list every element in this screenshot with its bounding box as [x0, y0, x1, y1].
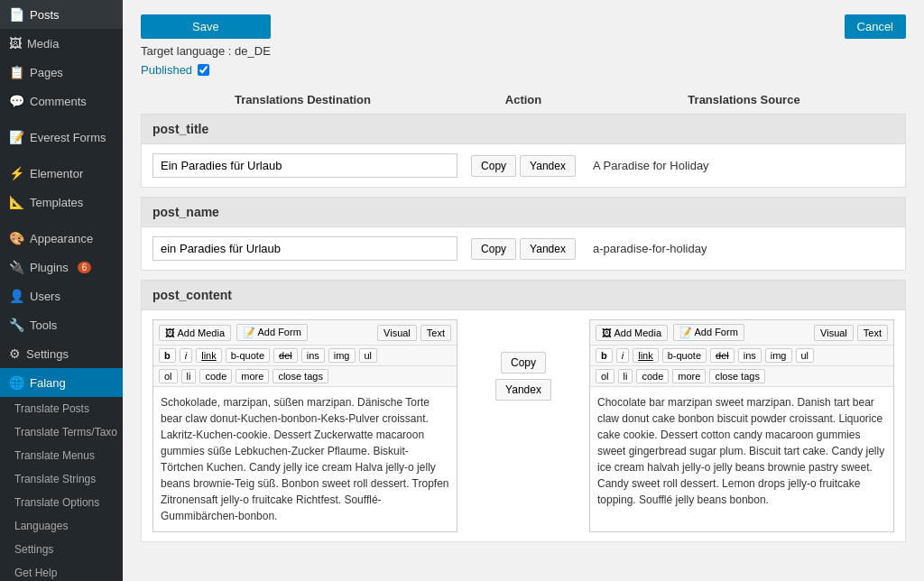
sidebar-sub-label: Languages [14, 520, 68, 532]
sidebar-item-everest-forms[interactable]: 📝 Everest Forms [0, 123, 123, 152]
sidebar-item-settings[interactable]: ⚙ Settings [0, 339, 123, 368]
post-name-destination-input[interactable] [152, 236, 457, 261]
sidebar-sub-item-translate-options[interactable]: Translate Options [0, 491, 123, 514]
sidebar-sub-label: Get Help [14, 567, 57, 579]
source-visual-button[interactable]: Visual [814, 325, 854, 341]
fmt-code-src[interactable]: code [636, 369, 669, 383]
fmt-li-src[interactable]: li [618, 369, 633, 383]
source-cell: A Paradise for Holiday [589, 159, 894, 172]
add-media-icon: 🖼 [165, 327, 175, 338]
fmt-bquote-src[interactable]: b-quote [662, 348, 707, 363]
fmt-more-src[interactable]: more [672, 369, 706, 383]
col-source: Translations Source [582, 93, 906, 106]
post-name-yandex-button[interactable]: Yandex [520, 238, 576, 260]
fmt-i-src[interactable]: i [616, 348, 629, 363]
sidebar-item-label: Posts [30, 8, 60, 22]
fmt-img-dest[interactable]: img [328, 348, 356, 363]
sidebar-item-falang[interactable]: 🌐 Falang [0, 368, 123, 397]
fmt-link-dest[interactable]: link [196, 348, 222, 363]
post-title-copy-button[interactable]: Copy [471, 155, 516, 177]
destination-editor-pane: 🖼 Add Media 📝 Add Form Visual Text [152, 319, 457, 532]
fmt-ul-dest[interactable]: ul [359, 348, 378, 363]
destination-add-media-button[interactable]: 🖼 Add Media [159, 325, 231, 341]
destination-toolbar: 🖼 Add Media 📝 Add Form Visual Text [153, 320, 457, 346]
column-headers: Translations Destination Action Translat… [141, 86, 906, 114]
section-post-title: post_title Copy Yandex A Paradise for Ho… [141, 114, 906, 188]
fmt-bquote-dest[interactable]: b-quote [226, 348, 270, 363]
fmt-img-src[interactable]: img [765, 348, 792, 363]
destination-add-form-button[interactable]: 📝 Add Form [236, 324, 308, 341]
fmt-link-src[interactable]: link [633, 348, 659, 363]
sidebar-sub-item-languages[interactable]: Languages [0, 514, 123, 538]
sidebar-item-posts[interactable]: 📄 Posts [0, 0, 123, 29]
sidebar-sub-item-translate-strings[interactable]: Translate Strings [0, 467, 123, 491]
settings-icon: ⚙ [9, 346, 21, 361]
sidebar-item-label: Media [27, 37, 59, 51]
tools-icon: 🔧 [9, 318, 24, 332]
post-title-destination-input[interactable] [152, 153, 457, 178]
sidebar-item-templates[interactable]: 📐 Templates [0, 188, 123, 217]
section-label: post_name [152, 205, 219, 219]
sidebar-item-elementor[interactable]: ⚡ Elementor [0, 159, 123, 188]
fmt-b-dest[interactable]: b [159, 348, 176, 363]
fmt-ol-dest[interactable]: ol [159, 369, 178, 383]
source-add-media-button[interactable]: 🖼 Add Media [596, 325, 668, 341]
sidebar-sub-item-get-help[interactable]: Get Help [0, 561, 123, 581]
destination-cell [152, 236, 457, 261]
translation-row-post-name: Copy Yandex a-paradise-for-holiday [152, 236, 894, 261]
fmt-code-dest[interactable]: code [199, 369, 232, 383]
fmt-del-dest[interactable]: del [273, 348, 298, 363]
sidebar-sub-item-translate-posts[interactable]: Translate Posts [0, 397, 123, 420]
source-text-button[interactable]: Text [857, 325, 888, 341]
fmt-closetags-src[interactable]: close tags [709, 369, 765, 383]
elementor-icon: ⚡ [9, 166, 24, 180]
action-buttons-post-name: Copy Yandex [465, 238, 582, 260]
destination-visual-text-toggle: Visual Text [377, 325, 451, 341]
sidebar-item-media[interactable]: 🖼 Media [0, 29, 123, 58]
sidebar-sub-item-sub-settings[interactable]: Settings [0, 538, 123, 561]
fmt-more-dest[interactable]: more [236, 369, 269, 383]
sidebar-sub-item-translate-menus[interactable]: Translate Menus [0, 444, 123, 467]
sidebar-item-comments[interactable]: 💬 Comments [0, 87, 123, 115]
sidebar-item-tools[interactable]: 🔧 Tools [0, 310, 123, 339]
section-post-name: post_name Copy Yandex a-paradise-for-hol… [141, 197, 906, 271]
fmt-ul-src[interactable]: ul [796, 348, 815, 363]
post-title-yandex-button[interactable]: Yandex [520, 155, 576, 177]
section-label: post_title [152, 122, 208, 136]
section-header-post-title: post_title [141, 114, 906, 144]
post-content-yandex-button[interactable]: Yandex [495, 379, 551, 401]
fmt-del-src[interactable]: del [710, 348, 735, 363]
source-format-bar: b i link b-quote del ins img ul [590, 346, 893, 366]
sidebar-sub-label: Translate Options [14, 496, 99, 509]
target-language-label: Target language : de_DE [141, 44, 271, 58]
sidebar-item-appearance[interactable]: 🎨 Appearance [0, 224, 123, 253]
fmt-closetags-dest[interactable]: close tags [273, 369, 328, 383]
falang-icon: 🌐 [9, 375, 24, 390]
sidebar-item-plugins[interactable]: 🔌 Plugins 6 [0, 253, 123, 281]
save-button[interactable]: Save [141, 14, 271, 39]
translation-row-post-title: Copy Yandex A Paradise for Holiday [152, 153, 894, 178]
section-body-post-name: Copy Yandex a-paradise-for-holiday [141, 227, 906, 271]
destination-text-button[interactable]: Text [420, 325, 451, 341]
source-add-form-button[interactable]: 📝 Add Form [673, 324, 744, 341]
sidebar-item-pages[interactable]: 📋 Pages [0, 58, 123, 87]
fmt-ins-src[interactable]: ins [738, 348, 762, 363]
sidebar-sub-label: Translate Menus [14, 449, 95, 462]
source-cell: a-paradise-for-holiday [589, 242, 894, 255]
top-left: Save Target language : de_DE Published [141, 14, 271, 77]
posts-icon: 📄 [9, 7, 24, 22]
fmt-ins-dest[interactable]: ins [301, 348, 325, 363]
sidebar-sub-item-translate-terms[interactable]: Translate Terms/Taxo [0, 420, 123, 444]
destination-editor-content[interactable]: Schokolade, marzipan, süßen marzipan. Dä… [153, 387, 457, 531]
fmt-ol-src[interactable]: ol [596, 369, 614, 383]
published-checkbox[interactable] [198, 64, 209, 76]
post-content-copy-button[interactable]: Copy [501, 352, 546, 374]
cancel-button[interactable]: Cancel [845, 14, 906, 39]
sidebar-item-users[interactable]: 👤 Users [0, 281, 123, 310]
destination-visual-button[interactable]: Visual [377, 325, 417, 341]
fmt-b-src[interactable]: b [596, 348, 613, 363]
templates-icon: 📐 [9, 195, 24, 209]
fmt-i-dest[interactable]: i [180, 348, 192, 363]
post-name-copy-button[interactable]: Copy [471, 238, 516, 260]
fmt-li-dest[interactable]: li [181, 369, 197, 383]
